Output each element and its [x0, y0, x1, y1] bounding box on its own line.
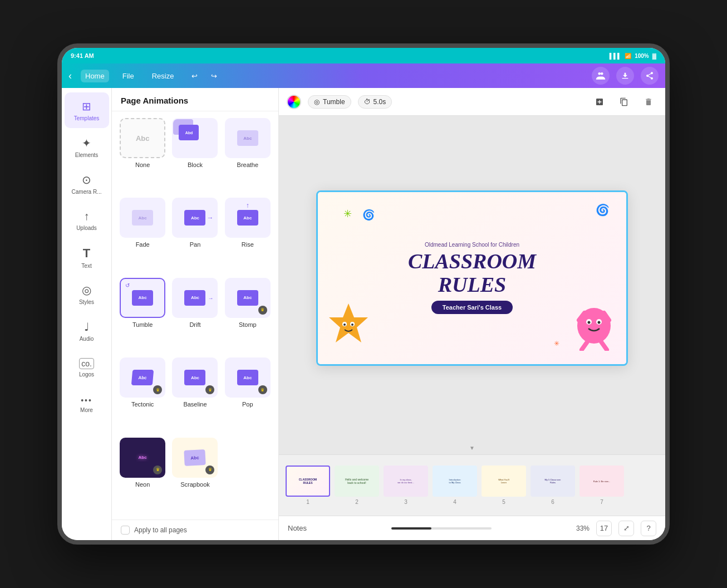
animations-panel: Page Animations Abc None Abc — [112, 88, 279, 540]
sidebar-item-elements[interactable]: ✦ Elements — [65, 129, 109, 165]
sidebar-item-audio[interactable]: ♩ Audio — [65, 313, 109, 349]
add-page-button[interactable] — [591, 93, 608, 111]
main-area: ⊞ Templates ✦ Elements ⊙ Camera R... ↑ U… — [62, 88, 665, 540]
download-button[interactable] — [616, 67, 634, 85]
animation-badge-label: Tumble — [323, 98, 345, 106]
redo-button[interactable]: ↪ — [207, 70, 222, 82]
animation-tectonic-preview: Abc ♛ — [120, 357, 165, 398]
apply-all-label: Apply to all pages — [134, 526, 187, 534]
animation-none-label: None — [135, 161, 150, 168]
animation-fade-label: Fade — [136, 241, 150, 248]
templates-icon: ⊞ — [82, 100, 91, 113]
animation-tumble[interactable]: ↺ Abc Tumble — [119, 278, 166, 353]
animation-scrapbook-preview: Abc ♛ — [172, 438, 218, 478]
animation-pop[interactable]: Abc ♛ Pop — [224, 357, 272, 433]
status-icons: ▌▌▌ 📶 100% ▓ — [610, 53, 656, 59]
delete-page-button[interactable] — [640, 93, 657, 111]
sidebar-label-logos: Logos — [79, 371, 94, 378]
back-button[interactable]: ‹ — [68, 70, 72, 82]
thumb-1[interactable]: CLASSROOMRULES 1 — [286, 465, 330, 505]
thumb-num-3: 3 — [404, 499, 407, 505]
scrapbook-crown: ♛ — [205, 465, 214, 474]
thumb-4[interactable]: Introductionto My Class 4 — [433, 465, 477, 505]
thumb-7[interactable]: Rule 1: Be nice... 7 — [579, 465, 624, 505]
help-button[interactable]: ? — [641, 521, 656, 536]
stomp-crown: ♛ — [258, 306, 267, 315]
animation-scrapbook[interactable]: Abc ♛ Scrapbook — [171, 438, 219, 513]
animation-stomp-preview: Abc ♛ — [225, 278, 271, 318]
thumbnail-bar: CLASSROOMRULES 1 Hello and welcomeback t… — [279, 454, 665, 516]
slide-deco-star: ✳ — [554, 340, 559, 347]
collaborate-button[interactable] — [592, 67, 610, 85]
slide-title: CLASSROOM RULES — [408, 250, 536, 297]
animation-rise-preview: Abc ↑ — [225, 198, 271, 238]
nav-file-button[interactable]: File — [118, 70, 139, 82]
sidebar-item-templates[interactable]: ⊞ Templates — [65, 92, 109, 128]
uploads-icon: ↑ — [84, 210, 90, 223]
color-picker[interactable] — [287, 95, 301, 109]
sidebar-item-camera[interactable]: ⊙ Camera R... — [65, 166, 109, 202]
animation-drift[interactable]: Abc → Drift — [171, 278, 219, 353]
sidebar: ⊞ Templates ✦ Elements ⊙ Camera R... ↑ U… — [62, 88, 112, 540]
sidebar-item-more[interactable]: ••• More — [65, 386, 109, 422]
animation-neon[interactable]: Abc ♛ Neon — [119, 438, 166, 513]
collaborate-icon — [596, 71, 606, 81]
sidebar-label-templates: Templates — [74, 115, 100, 121]
animation-scrapbook-label: Scrapbook — [180, 481, 210, 488]
undo-redo-group: ↩ ↪ — [187, 70, 222, 82]
sidebar-label-uploads: Uploads — [76, 225, 97, 231]
undo-button[interactable]: ↩ — [187, 70, 202, 82]
thumb-2[interactable]: Hello and welcomeback to school! 2 — [335, 465, 379, 505]
slide-container[interactable]: 🌀 🌀 ✳ ✳ Oldmead Learning School for Chil… — [316, 190, 628, 366]
sidebar-label-elements: Elements — [75, 152, 99, 158]
animation-tectonic[interactable]: Abc ♛ Tectonic — [119, 357, 166, 433]
duration-clock-icon: ⏱ — [364, 98, 371, 106]
page-indicator-button[interactable]: 17 — [596, 521, 612, 536]
sidebar-item-styles[interactable]: ◎ Styles — [65, 276, 109, 312]
animation-selector[interactable]: ◎ Tumble — [308, 95, 351, 109]
animation-baseline[interactable]: Abc ♛ Baseline — [171, 357, 219, 433]
slide-deco-spiral2: 🌀 — [596, 203, 610, 217]
sidebar-item-uploads[interactable]: ↑ Uploads — [65, 203, 109, 238]
sidebar-label-audio: Audio — [80, 336, 94, 342]
canvas-toolbar: ◎ Tumble ⏱ 5.0s — [279, 88, 665, 116]
animation-block-label: Block — [188, 161, 203, 168]
notes-label: Notes — [288, 524, 307, 532]
share-button[interactable] — [641, 67, 659, 85]
svg-point-5 — [343, 324, 346, 326]
thumb-5[interactable]: What You'llLearn 5 — [482, 465, 526, 505]
ipad-frame: 9:41 AM ▌▌▌ 📶 100% ▓ ‹ Home File Resize … — [57, 43, 670, 545]
share-icon — [645, 71, 654, 80]
animation-baseline-preview: Abc ♛ — [172, 357, 218, 398]
bottom-bar: Notes 33% 17 ⤢ ? — [279, 516, 665, 540]
animation-block[interactable]: Abc Abd Block — [171, 118, 219, 193]
fullscreen-button[interactable]: ⤢ — [618, 521, 634, 536]
battery-icon: ▓ — [652, 53, 656, 59]
elements-icon: ✦ — [82, 136, 91, 150]
sidebar-item-text[interactable]: T Text — [65, 239, 109, 275]
nav-resize-button[interactable]: Resize — [148, 70, 179, 82]
animation-stomp[interactable]: Abc ♛ Stomp — [224, 278, 272, 353]
animation-rise[interactable]: Abc ↑ Rise — [224, 198, 272, 273]
more-icon: ••• — [81, 396, 92, 405]
animation-none[interactable]: Abc None — [119, 118, 166, 193]
animation-pan-label: Pan — [190, 241, 201, 248]
slide-school-name: Oldmead Learning School for Children — [425, 242, 519, 248]
thumb-img-3: In my class,we do our best... — [384, 465, 428, 497]
copy-page-button[interactable] — [615, 93, 633, 111]
apply-all-checkbox[interactable] — [121, 526, 130, 535]
duration-selector[interactable]: ⏱ 5.0s — [358, 95, 392, 109]
svg-point-10 — [588, 321, 591, 324]
thumb-img-5: What You'llLearn — [482, 465, 526, 497]
thumb-6[interactable]: My 5 ClassroomRules 6 — [530, 465, 575, 505]
animation-fade[interactable]: Abc Fade — [119, 198, 166, 273]
thumb-3[interactable]: In my class,we do our best... 3 — [384, 465, 428, 505]
sidebar-item-logos[interactable]: co. Logos — [65, 350, 109, 385]
animation-breathe[interactable]: Abc Breathe — [224, 118, 272, 193]
thumbnail-collapse[interactable]: ▼ — [279, 440, 665, 454]
nav-home-button[interactable]: Home — [81, 70, 109, 82]
apply-all-bar: Apply to all pages — [112, 520, 278, 540]
animation-pan[interactable]: Abc → Pan — [171, 198, 219, 273]
progress-fill — [391, 527, 431, 530]
progress-bar — [391, 527, 492, 530]
